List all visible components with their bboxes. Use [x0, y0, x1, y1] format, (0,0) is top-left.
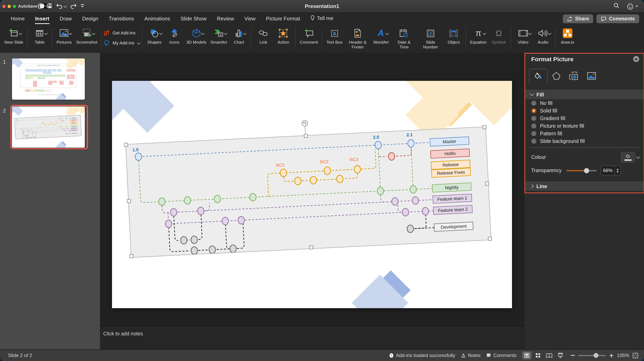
zoom-slider-knob[interactable]: [594, 353, 598, 357]
tab-design[interactable]: Design: [77, 13, 104, 25]
current-colour-swatch: [624, 159, 632, 161]
shapes-button[interactable]: Shapes: [144, 28, 164, 45]
link-icon: [258, 28, 268, 39]
panel-tab-picture[interactable]: [583, 69, 600, 83]
text-box-button[interactable]: A Text Box: [324, 28, 344, 45]
chart-button[interactable]: Chart: [229, 28, 249, 45]
notes-toggle[interactable]: Notes: [461, 352, 480, 358]
zoom-out-button[interactable]: [571, 355, 575, 356]
video-button[interactable]: Video: [513, 28, 533, 45]
ribbon-tab-bar: Home Insert Draw Design Transitions Anim…: [0, 13, 644, 25]
document-title: Presentation1: [0, 3, 644, 9]
resize-handle-ne[interactable]: [482, 125, 486, 129]
get-addins-button[interactable]: Get Add-ins: [104, 30, 140, 36]
tab-home[interactable]: Home: [6, 13, 30, 25]
fill-option-gradient-fill[interactable]: Gradient fill: [524, 115, 644, 122]
share-button[interactable]: Share: [562, 15, 594, 23]
wordart-button[interactable]: A WordArt: [371, 28, 391, 45]
slide[interactable]: MasterHotfixReleaseRelease FixesNightlyF…: [112, 81, 512, 308]
gitflow-thumbnail-image: MasterHotfixReleaseRelease FixesNightlyF…: [15, 115, 82, 139]
transparency-value-box[interactable]: 66%: [601, 166, 621, 175]
svg-text:2.1: 2.1: [66, 116, 67, 117]
comment-icon: [601, 16, 606, 22]
table-button[interactable]: Table: [30, 28, 50, 45]
tab-animations[interactable]: Animations: [139, 13, 176, 25]
account-menu[interactable]: [627, 3, 638, 10]
tab-draw[interactable]: Draw: [54, 13, 77, 25]
resize-handle-se[interactable]: [488, 237, 492, 241]
tab-view[interactable]: View: [239, 13, 261, 25]
fill-option-no-fill[interactable]: No fill: [524, 99, 644, 107]
search-icon[interactable]: [613, 3, 620, 11]
stepper-up-icon[interactable]: [616, 168, 619, 170]
panel-tab-fill-line[interactable]: [529, 69, 548, 84]
slide-number-button[interactable]: # Slide Number: [418, 28, 444, 50]
fill-option-pattern-fill[interactable]: Pattern fill: [524, 130, 644, 137]
resize-handle-w[interactable]: [127, 199, 131, 203]
fill-section-header[interactable]: Fill: [524, 90, 644, 99]
chevron-down-icon[interactable]: [636, 155, 640, 159]
selected-picture[interactable]: MasterHotfixReleaseRelease FixesNightlyF…: [126, 127, 492, 257]
action-button[interactable]: Action: [274, 28, 294, 45]
comment-button[interactable]: Comment: [298, 28, 320, 45]
resize-handle-sw[interactable]: [130, 254, 134, 258]
equation-button[interactable]: π Equation: [468, 28, 489, 45]
notes-pane[interactable]: Click to add notes: [100, 326, 524, 350]
fill-option-solid-fill[interactable]: Solid fill: [524, 107, 644, 115]
slide-1-thumbnail[interactable]: Customer needs to purchase groceries onl…: [12, 59, 86, 100]
slider-knob[interactable]: [584, 168, 589, 173]
text-box-icon: A: [330, 28, 339, 39]
tab-insert[interactable]: Insert: [30, 13, 54, 25]
slideshow-view-button[interactable]: [556, 351, 566, 359]
stepper-down-icon[interactable]: [616, 171, 619, 173]
tab-review[interactable]: Review: [212, 13, 239, 25]
header-footer-button[interactable]: Header & Footer: [344, 28, 371, 50]
tab-transitions[interactable]: Transitions: [104, 13, 139, 25]
normal-view-button[interactable]: [522, 351, 532, 359]
transparency-slider[interactable]: [566, 170, 597, 171]
comments-button[interactable]: Comments: [596, 15, 639, 23]
fit-to-window-button[interactable]: [632, 352, 638, 358]
audio-button[interactable]: Audio: [533, 28, 553, 45]
smartart-button[interactable]: SmartArt: [208, 28, 229, 45]
pictures-button[interactable]: Pictures: [54, 28, 74, 45]
reading-view-button[interactable]: [544, 351, 554, 359]
tab-tell-me[interactable]: Tell me: [305, 13, 338, 25]
tab-slide-show[interactable]: Slide Show: [176, 13, 212, 25]
panel-tab-size-properties[interactable]: [565, 69, 583, 83]
panel-tab-effects[interactable]: [548, 69, 565, 83]
transparency-value: 66%: [601, 168, 614, 173]
link-button[interactable]: Link: [254, 28, 274, 45]
icons-button[interactable]: Icons: [164, 28, 184, 45]
pentagon-icon: [552, 71, 561, 81]
screenshot-button[interactable]: Screenshot: [74, 28, 100, 45]
resize-handle-nw[interactable]: [124, 143, 128, 147]
resize-handle-e[interactable]: [486, 182, 489, 185]
resize-handle-n[interactable]: [304, 134, 308, 138]
fill-option-picture-texture-fill[interactable]: Picture or texture fill: [524, 122, 644, 130]
my-addins-button[interactable]: My Add-ins: [104, 40, 140, 46]
slide-2-thumbnail[interactable]: MasterHotfixReleaseRelease FixesNightlyF…: [10, 105, 88, 149]
date-time-button[interactable]: Date & Time: [391, 28, 418, 50]
comment-icon: [486, 353, 492, 358]
format-picture-panel: Format Picture Fill No fill Solid fill G…: [524, 53, 644, 350]
resize-handle-s[interactable]: [310, 245, 313, 249]
object-button[interactable]: Object: [444, 28, 464, 45]
fill-option-slide-background-fill[interactable]: Slide background fill: [524, 137, 644, 145]
slide-canvas[interactable]: MasterHotfixReleaseRelease FixesNightlyF…: [100, 53, 524, 326]
3d-models-button[interactable]: 3D Models: [184, 28, 208, 45]
comments-toggle[interactable]: Comments: [486, 352, 516, 358]
line-section-header[interactable]: Line: [524, 181, 644, 191]
rotation-handle[interactable]: [301, 120, 308, 127]
equation-icon: π: [474, 28, 483, 39]
panel-close-button[interactable]: [633, 56, 639, 62]
new-slide-button[interactable]: New Slide: [2, 28, 26, 45]
zoom-level[interactable]: 105%: [617, 352, 629, 358]
zoom-in-button[interactable]: [610, 353, 614, 357]
colour-picker-button[interactable]: [621, 152, 635, 163]
zoom-slider[interactable]: [578, 355, 606, 356]
drawio-button[interactable]: draw.io: [558, 28, 578, 45]
slide-sorter-view-button[interactable]: [534, 351, 543, 359]
tab-picture-format[interactable]: Picture Format: [261, 13, 306, 25]
svg-text:RC3: RC3: [350, 157, 358, 162]
